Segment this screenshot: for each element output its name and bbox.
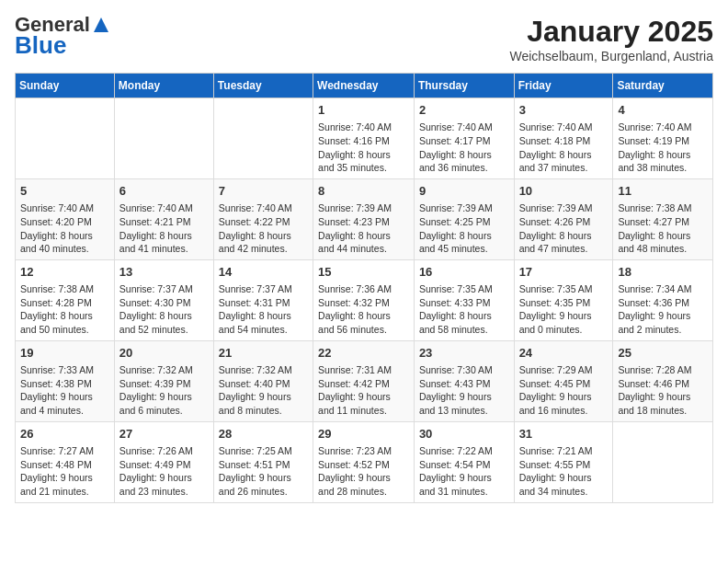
calendar-day-cell: 16Sunrise: 7:35 AM Sunset: 4:33 PM Dayli…: [414, 259, 514, 340]
day-info: Sunrise: 7:34 AM Sunset: 4:36 PM Dayligh…: [618, 282, 708, 337]
day-number: 31: [519, 426, 609, 442]
day-info: Sunrise: 7:32 AM Sunset: 4:40 PM Dayligh…: [219, 363, 308, 418]
day-number: 22: [318, 345, 409, 362]
logo: General Blue: [15, 15, 110, 57]
day-info: Sunrise: 7:40 AM Sunset: 4:20 PM Dayligh…: [20, 201, 109, 256]
day-number: 21: [219, 345, 308, 362]
day-info: Sunrise: 7:35 AM Sunset: 4:33 PM Dayligh…: [419, 282, 509, 337]
day-number: 25: [618, 345, 708, 362]
day-info: Sunrise: 7:40 AM Sunset: 4:22 PM Dayligh…: [219, 201, 308, 256]
calendar-day-cell: 10Sunrise: 7:39 AM Sunset: 4:26 PM Dayli…: [514, 178, 613, 259]
logo-blue-text: Blue: [15, 33, 66, 57]
calendar-day-cell: 7Sunrise: 7:40 AM Sunset: 4:22 PM Daylig…: [213, 178, 313, 259]
calendar-day-cell: 13Sunrise: 7:37 AM Sunset: 4:30 PM Dayli…: [114, 259, 213, 340]
calendar-day-cell: 2Sunrise: 7:40 AM Sunset: 4:17 PM Daylig…: [414, 98, 514, 179]
day-number: 15: [318, 264, 409, 281]
day-info: Sunrise: 7:22 AM Sunset: 4:54 PM Dayligh…: [419, 444, 509, 499]
day-number: 9: [419, 183, 509, 200]
day-info: Sunrise: 7:36 AM Sunset: 4:32 PM Dayligh…: [318, 282, 409, 337]
svg-marker-0: [94, 17, 108, 32]
day-info: Sunrise: 7:37 AM Sunset: 4:30 PM Dayligh…: [119, 282, 209, 337]
day-info: Sunrise: 7:40 AM Sunset: 4:18 PM Dayligh…: [519, 121, 609, 175]
calendar-day-cell: 26Sunrise: 7:27 AM Sunset: 4:48 PM Dayli…: [16, 421, 115, 502]
day-info: Sunrise: 7:40 AM Sunset: 4:19 PM Dayligh…: [618, 121, 708, 175]
day-number: 6: [119, 183, 209, 200]
day-info: Sunrise: 7:39 AM Sunset: 4:23 PM Dayligh…: [318, 201, 409, 256]
day-info: Sunrise: 7:40 AM Sunset: 4:16 PM Dayligh…: [318, 121, 409, 175]
weekday-header-cell: Saturday: [613, 74, 713, 98]
calendar-day-cell: [16, 98, 115, 179]
calendar-day-cell: 14Sunrise: 7:37 AM Sunset: 4:31 PM Dayli…: [213, 259, 313, 340]
day-number: 20: [119, 345, 209, 362]
month-title: January 2025: [509, 15, 713, 49]
day-number: 27: [119, 426, 209, 442]
weekday-header-row: SundayMondayTuesdayWednesdayThursdayFrid…: [16, 74, 713, 98]
logo-icon: [92, 16, 110, 34]
day-info: Sunrise: 7:30 AM Sunset: 4:43 PM Dayligh…: [419, 363, 509, 418]
day-number: 28: [219, 426, 308, 442]
calendar-table: SundayMondayTuesdayWednesdayThursdayFrid…: [15, 73, 713, 503]
day-info: Sunrise: 7:37 AM Sunset: 4:31 PM Dayligh…: [219, 282, 308, 337]
day-number: 2: [419, 102, 509, 119]
day-info: Sunrise: 7:28 AM Sunset: 4:46 PM Dayligh…: [618, 363, 708, 418]
day-number: 13: [119, 264, 209, 281]
calendar-day-cell: 6Sunrise: 7:40 AM Sunset: 4:21 PM Daylig…: [114, 178, 213, 259]
day-number: 14: [219, 264, 308, 281]
day-info: Sunrise: 7:23 AM Sunset: 4:52 PM Dayligh…: [318, 444, 409, 499]
calendar-day-cell: 8Sunrise: 7:39 AM Sunset: 4:23 PM Daylig…: [313, 178, 415, 259]
day-info: Sunrise: 7:32 AM Sunset: 4:39 PM Dayligh…: [119, 363, 209, 418]
calendar-day-cell: 30Sunrise: 7:22 AM Sunset: 4:54 PM Dayli…: [414, 421, 514, 502]
day-number: 17: [519, 264, 609, 281]
calendar-day-cell: 19Sunrise: 7:33 AM Sunset: 4:38 PM Dayli…: [16, 340, 115, 421]
day-number: 26: [20, 426, 109, 442]
weekday-header-cell: Monday: [114, 74, 213, 98]
weekday-header-cell: Thursday: [414, 74, 514, 98]
calendar-day-cell: 23Sunrise: 7:30 AM Sunset: 4:43 PM Dayli…: [414, 340, 514, 421]
day-number: 16: [419, 264, 509, 281]
calendar-day-cell: 5Sunrise: 7:40 AM Sunset: 4:20 PM Daylig…: [16, 178, 115, 259]
calendar-day-cell: 1Sunrise: 7:40 AM Sunset: 4:16 PM Daylig…: [313, 98, 415, 179]
calendar-day-cell: [114, 98, 213, 179]
calendar-day-cell: 12Sunrise: 7:38 AM Sunset: 4:28 PM Dayli…: [16, 259, 115, 340]
weekday-header-cell: Tuesday: [213, 74, 313, 98]
day-number: 29: [318, 426, 409, 442]
calendar-day-cell: 24Sunrise: 7:29 AM Sunset: 4:45 PM Dayli…: [514, 340, 613, 421]
day-number: 3: [519, 102, 609, 119]
calendar-day-cell: 29Sunrise: 7:23 AM Sunset: 4:52 PM Dayli…: [313, 421, 415, 502]
location-subtitle: Weichselbaum, Burgenland, Austria: [509, 49, 713, 63]
calendar-day-cell: 31Sunrise: 7:21 AM Sunset: 4:55 PM Dayli…: [514, 421, 613, 502]
calendar-week-row: 5Sunrise: 7:40 AM Sunset: 4:20 PM Daylig…: [16, 178, 713, 259]
day-info: Sunrise: 7:27 AM Sunset: 4:48 PM Dayligh…: [20, 444, 109, 499]
calendar-day-cell: 28Sunrise: 7:25 AM Sunset: 4:51 PM Dayli…: [213, 421, 313, 502]
day-info: Sunrise: 7:38 AM Sunset: 4:28 PM Dayligh…: [20, 282, 109, 337]
day-info: Sunrise: 7:39 AM Sunset: 4:25 PM Dayligh…: [419, 201, 509, 256]
calendar-week-row: 1Sunrise: 7:40 AM Sunset: 4:16 PM Daylig…: [16, 98, 713, 179]
day-number: 10: [519, 183, 609, 200]
day-info: Sunrise: 7:25 AM Sunset: 4:51 PM Dayligh…: [219, 444, 308, 499]
calendar-day-cell: 18Sunrise: 7:34 AM Sunset: 4:36 PM Dayli…: [613, 259, 713, 340]
day-info: Sunrise: 7:40 AM Sunset: 4:17 PM Dayligh…: [419, 121, 509, 175]
calendar-week-row: 19Sunrise: 7:33 AM Sunset: 4:38 PM Dayli…: [16, 340, 713, 421]
calendar-day-cell: [613, 421, 713, 502]
day-number: 12: [20, 264, 109, 281]
day-info: Sunrise: 7:33 AM Sunset: 4:38 PM Dayligh…: [20, 363, 109, 418]
day-number: 11: [618, 183, 708, 200]
day-info: Sunrise: 7:29 AM Sunset: 4:45 PM Dayligh…: [519, 363, 609, 418]
calendar-day-cell: 17Sunrise: 7:35 AM Sunset: 4:35 PM Dayli…: [514, 259, 613, 340]
calendar-day-cell: 3Sunrise: 7:40 AM Sunset: 4:18 PM Daylig…: [514, 98, 613, 179]
weekday-header-cell: Wednesday: [313, 74, 415, 98]
calendar-day-cell: 4Sunrise: 7:40 AM Sunset: 4:19 PM Daylig…: [613, 98, 713, 179]
title-block: January 2025 Weichselbaum, Burgenland, A…: [509, 15, 713, 63]
day-info: Sunrise: 7:39 AM Sunset: 4:26 PM Dayligh…: [519, 201, 609, 256]
day-info: Sunrise: 7:35 AM Sunset: 4:35 PM Dayligh…: [519, 282, 609, 337]
day-info: Sunrise: 7:26 AM Sunset: 4:49 PM Dayligh…: [119, 444, 209, 499]
calendar-day-cell: 21Sunrise: 7:32 AM Sunset: 4:40 PM Dayli…: [213, 340, 313, 421]
day-number: 19: [20, 345, 109, 362]
day-info: Sunrise: 7:40 AM Sunset: 4:21 PM Dayligh…: [119, 201, 209, 256]
calendar-day-cell: 9Sunrise: 7:39 AM Sunset: 4:25 PM Daylig…: [414, 178, 514, 259]
day-info: Sunrise: 7:38 AM Sunset: 4:27 PM Dayligh…: [618, 201, 708, 256]
day-number: 18: [618, 264, 708, 281]
day-number: 5: [20, 183, 109, 200]
day-number: 30: [419, 426, 509, 442]
day-number: 23: [419, 345, 509, 362]
